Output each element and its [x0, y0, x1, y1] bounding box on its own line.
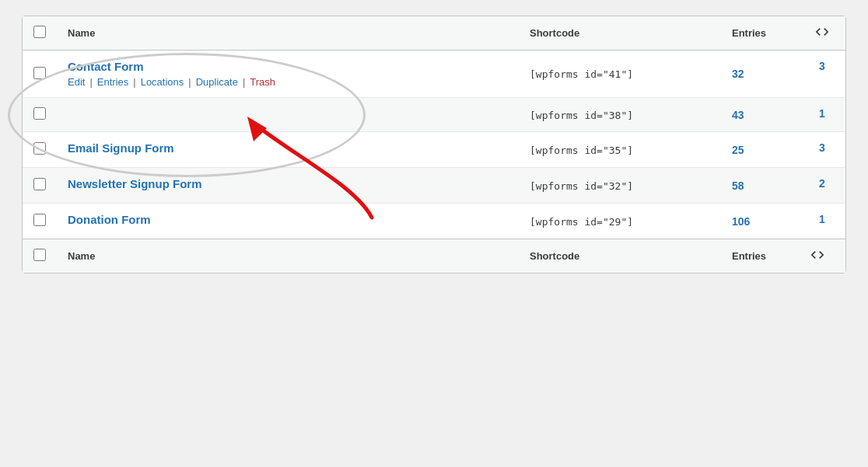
footer-name-cell: Name: [57, 239, 519, 274]
row-checkbox-contact[interactable]: [33, 67, 46, 79]
form-name-link-contact[interactable]: Contact Form: [68, 60, 508, 73]
shortcode-val-email: [wpforms id="35"]: [530, 145, 633, 156]
shortcode-cell-email: [wpforms id="35"]: [519, 132, 721, 168]
entries-val-donation: 106: [732, 215, 750, 228]
shortcode-cell-contact: [wpforms id="41"]: [519, 51, 721, 98]
icon-cell-donation: 1: [799, 204, 845, 235]
locations-link-contact[interactable]: Locations: [141, 76, 184, 88]
table-header-row: Name Shortcode Entries: [23, 16, 845, 51]
row-name-cell-2: [57, 98, 519, 132]
footer-code-icon: [810, 253, 825, 265]
footer-entries-cell: Entries: [721, 239, 799, 274]
icon-count-newsletter: 2: [819, 177, 825, 190]
icon-count-contact: 3: [819, 60, 825, 72]
shortcode-val-newsletter: [wpforms id="32"]: [530, 180, 633, 192]
entries-cell-donation: 106: [721, 204, 799, 239]
icon-count-email: 3: [819, 141, 825, 154]
edit-link-contact[interactable]: Edit: [68, 76, 85, 88]
icon-count-2: 1: [819, 107, 825, 120]
row-name-cell-contact: Contact Form Edit | Entries | Locations …: [57, 51, 519, 98]
entries-val-2: 43: [732, 109, 744, 121]
footer-select-all-checkbox[interactable]: [33, 249, 46, 261]
row-name-cell-donation: Donation Form: [57, 204, 519, 239]
table-row-donation: Donation Form [wpforms id="29"] 106 1: [23, 204, 845, 239]
entries-val-contact: 32: [732, 68, 744, 80]
entries-link-contact[interactable]: Entries: [97, 76, 128, 88]
sep2: |: [133, 76, 135, 88]
entries-val-email: 25: [732, 144, 744, 156]
shortcode-val-contact: [wpforms id="41"]: [530, 68, 633, 80]
row-checkbox-email[interactable]: [33, 142, 46, 155]
shortcode-cell-2: [wpforms id="38"]: [519, 98, 721, 132]
form-name-link-newsletter[interactable]: Newsletter Signup Form: [68, 177, 508, 190]
form-name-link-donation[interactable]: Donation Form: [68, 213, 508, 226]
table-row-contact-form: Contact Form Edit | Entries | Locations …: [23, 51, 845, 98]
entries-cell-newsletter: 58: [721, 168, 799, 204]
entries-cell-email: 25: [721, 132, 799, 168]
icon-cell-email: 3: [799, 132, 845, 163]
entries-cell-contact: 32: [721, 51, 799, 98]
row-checkbox-cell-contact: [23, 51, 57, 98]
row-checkbox-2[interactable]: [33, 107, 46, 120]
duplicate-link-contact[interactable]: Duplicate: [196, 76, 238, 88]
row-checkbox-donation[interactable]: [33, 214, 46, 226]
header-checkbox-cell: [23, 16, 57, 51]
row-checkbox-cell-newsletter: [23, 168, 57, 204]
shortcode-val-donation: [wpforms id="29"]: [530, 216, 633, 228]
header-entries: Entries: [721, 16, 799, 51]
row-name-cell-newsletter: Newsletter Signup Form: [57, 168, 519, 204]
code-icon: [814, 30, 830, 42]
footer-checkbox-cell: [23, 239, 57, 274]
entries-cell-2: 43: [721, 98, 799, 132]
forms-table-container: Name Shortcode Entries: [22, 16, 846, 274]
table-row-email: Email Signup Form [wpforms id="35"] 25 3: [23, 132, 845, 168]
table-row-2: [wpforms id="38"] 43 1: [23, 98, 845, 132]
row-checkbox-cell-2: [23, 98, 57, 132]
footer-icon-cell: [799, 239, 845, 274]
shortcode-val-2: [wpforms id="38"]: [530, 110, 633, 121]
header-icon: [799, 16, 845, 51]
row-checkbox-cell-donation: [23, 204, 57, 239]
row-checkbox-cell-email: [23, 132, 57, 168]
icon-cell-contact: 3: [799, 51, 845, 82]
sep4: |: [243, 76, 245, 88]
form-name-link-email[interactable]: Email Signup Form: [68, 141, 508, 155]
sep3: |: [188, 76, 191, 88]
trash-link-contact[interactable]: Trash: [250, 76, 275, 88]
select-all-checkbox[interactable]: [33, 26, 46, 38]
footer-shortcode-cell: Shortcode: [519, 239, 721, 274]
icon-cell-2: 1: [799, 98, 845, 129]
sep1: |: [89, 76, 92, 88]
table-footer-row: Name Shortcode Entries: [23, 239, 845, 274]
header-shortcode: Shortcode: [519, 16, 721, 51]
row-name-cell-email: Email Signup Form: [57, 132, 519, 168]
forms-table: Name Shortcode Entries: [23, 16, 845, 273]
icon-cell-newsletter: 2: [799, 168, 845, 199]
row-actions-contact: Edit | Entries | Locations | Duplicate |…: [68, 76, 508, 88]
shortcode-cell-newsletter: [wpforms id="32"]: [519, 168, 721, 204]
entries-val-newsletter: 58: [732, 179, 744, 192]
table-row-newsletter: Newsletter Signup Form [wpforms id="32"]…: [23, 168, 845, 204]
row-checkbox-newsletter[interactable]: [33, 178, 46, 190]
icon-count-donation: 1: [819, 213, 825, 225]
shortcode-cell-donation: [wpforms id="29"]: [519, 204, 721, 239]
header-name: Name: [57, 16, 519, 51]
